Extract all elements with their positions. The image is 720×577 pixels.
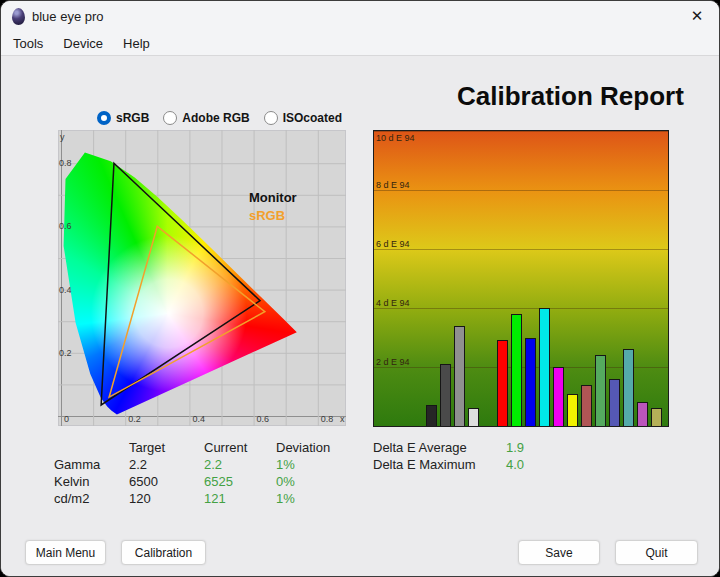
y-tick-label: 6 d E 94 xyxy=(376,239,410,249)
table-header xyxy=(54,439,129,456)
app-logo-icon xyxy=(12,8,25,25)
app-window: blue eye pro ✕ Tools Device Help sRGB Ad… xyxy=(0,0,720,577)
gridline xyxy=(374,190,668,191)
legend-srgb: sRGB xyxy=(249,208,285,223)
main-menu-button[interactable]: Main Menu xyxy=(25,540,106,565)
deviation-value: 1% xyxy=(276,456,354,473)
menu-help[interactable]: Help xyxy=(113,34,160,53)
gamut-triangle-monitor xyxy=(101,163,260,405)
calibration-button[interactable]: Calibration xyxy=(121,540,206,565)
radio-selected-icon[interactable] xyxy=(97,111,111,125)
table-header: Deviation xyxy=(276,439,354,456)
bar-dark-cyan xyxy=(623,349,634,426)
delta-e-maximum-value: 4.0 xyxy=(506,456,524,473)
x-tick: 0.6 xyxy=(257,414,270,424)
bar-dark-gray xyxy=(440,364,451,426)
bar-yellow xyxy=(567,394,578,426)
bar-red xyxy=(497,340,508,426)
current-value: 121 xyxy=(204,490,276,507)
table-header: Current xyxy=(204,439,276,456)
titlebar[interactable]: blue eye pro ✕ xyxy=(1,1,719,31)
gamut-radio-isocoated[interactable]: ISOcoated xyxy=(264,111,342,125)
table-header: Target xyxy=(129,439,204,456)
y-tick-label: 8 d E 94 xyxy=(376,180,410,190)
delta-e-average-label: Delta E Average xyxy=(373,439,506,456)
y-tick-label: 4 d E 94 xyxy=(376,298,410,308)
bar-dark-magenta xyxy=(637,402,648,426)
gridline xyxy=(374,131,668,132)
page-title: Calibration Report xyxy=(457,82,684,110)
menu-device[interactable]: Device xyxy=(53,34,113,53)
delta-e-bar-chart: 2 d E 944 d E 946 d E 948 d E 9410 d E 9… xyxy=(373,130,669,427)
x-axis-label: x xyxy=(340,414,345,424)
row-label: Kelvin xyxy=(54,473,129,490)
delta-e-summary: Delta E Average 1.9 Delta E Maximum 4.0 xyxy=(373,439,524,473)
gamut-radio-label: Adobe RGB xyxy=(182,111,249,125)
save-button[interactable]: Save xyxy=(518,540,600,565)
row-label: cd/m2 xyxy=(54,490,129,507)
y-tick: 0.2 xyxy=(59,348,72,358)
main-content: sRGB Adobe RGB ISOcoated Calibration Rep… xyxy=(1,55,719,576)
deviation-value: 0% xyxy=(276,473,354,490)
x-tick: 0.8 xyxy=(321,414,334,424)
gamut-radio-srgb[interactable]: sRGB xyxy=(97,111,149,125)
cie-overlay: MonitorsRGB00.20.40.60.80.20.40.60.8xy xyxy=(58,130,346,426)
current-value: 2.2 xyxy=(204,456,276,473)
gamut-triangle-srgb xyxy=(109,226,265,397)
delta-e-maximum-label: Delta E Maximum xyxy=(373,456,506,473)
x-tick: 0.2 xyxy=(128,414,141,424)
y-tick-label: 2 d E 94 xyxy=(376,357,410,367)
y-axis-label: y xyxy=(60,132,65,142)
bar-gray xyxy=(454,326,465,426)
gamut-radio-label: ISOcoated xyxy=(283,111,342,125)
close-icon[interactable]: ✕ xyxy=(681,3,713,29)
cie-chromaticity-chart: MonitorsRGB00.20.40.60.80.20.40.60.8xy xyxy=(58,130,346,426)
bar-cyan xyxy=(539,308,550,426)
gridline xyxy=(374,249,668,250)
bar-dark-red xyxy=(581,385,592,426)
radio-unselected-icon[interactable] xyxy=(163,111,177,125)
y-tick: 0.6 xyxy=(59,221,72,231)
deviation-value: 1% xyxy=(276,490,354,507)
quit-button[interactable]: Quit xyxy=(615,540,698,565)
window-title: blue eye pro xyxy=(32,9,104,24)
gamut-radio-label: sRGB xyxy=(116,111,149,125)
target-value: 6500 xyxy=(129,473,204,490)
calibration-results-table: Target Current Deviation Gamma 2.2 2.2 1… xyxy=(54,439,354,507)
x-tick: 0 xyxy=(64,414,69,424)
target-value: 120 xyxy=(129,490,204,507)
legend-monitor: Monitor xyxy=(249,190,297,205)
gridline xyxy=(374,308,668,309)
y-tick: 0.8 xyxy=(59,158,72,168)
y-tick-label: 10 d E 94 xyxy=(376,133,415,143)
delta-e-average-value: 1.9 xyxy=(506,439,524,456)
bar-black xyxy=(426,405,437,426)
radio-unselected-icon[interactable] xyxy=(264,111,278,125)
gamut-selector: sRGB Adobe RGB ISOcoated xyxy=(97,111,342,125)
bar-green xyxy=(511,314,522,426)
bar-dark-green xyxy=(595,355,606,426)
bar-white xyxy=(468,408,479,426)
menu-tools[interactable]: Tools xyxy=(3,34,53,53)
bar-dark-yellow xyxy=(651,408,662,426)
delta-e-maximum-row: Delta E Maximum 4.0 xyxy=(373,456,524,473)
bar-blue xyxy=(525,338,536,427)
y-tick: 0.4 xyxy=(59,285,72,295)
menu-bar: Tools Device Help xyxy=(1,31,719,55)
target-value: 2.2 xyxy=(129,456,204,473)
bar-dark-blue xyxy=(609,379,620,426)
current-value: 6525 xyxy=(204,473,276,490)
row-label: Gamma xyxy=(54,456,129,473)
bar-magenta xyxy=(553,367,564,426)
delta-e-average-row: Delta E Average 1.9 xyxy=(373,439,524,456)
x-tick: 0.4 xyxy=(192,414,205,424)
gamut-radio-adobe-rgb[interactable]: Adobe RGB xyxy=(163,111,249,125)
